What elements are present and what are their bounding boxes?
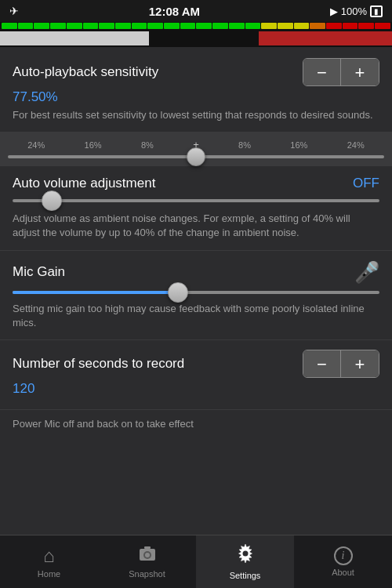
tab-snapshot[interactable]: Snapshot [98,535,196,588]
partial-description-text: Power Mic off and back on to take effect [13,418,379,430]
meter-bottom-bar [0,31,392,47]
seconds-to-record-section: Number of seconds to record − + 120 [0,340,392,410]
auto-volume-section: Auto volume adjustment OFF Adjust volume… [0,166,392,250]
partial-description: Power Mic off and back on to take effect [0,410,392,434]
slider-label-16-left: 16% [85,140,102,150]
tab-snapshot-label: Snapshot [129,569,165,579]
tab-bar: ⌂ Home Snapshot Settings i About [0,535,392,588]
status-bar: ✈ 12:08 AM ▶ 100% ▮ [0,0,392,22]
svg-rect-3 [144,546,151,549]
auto-playback-increment[interactable]: + [341,59,379,86]
mic-gain-title: Mic Gain [13,264,65,280]
home-icon: ⌂ [43,545,55,567]
settings-icon [235,543,256,568]
mic-icon: 🎤 [354,260,379,285]
main-content: Auto-playback sensitivity − + 77.50% For… [0,49,392,561]
seconds-stepper: − + [303,350,379,378]
level-meter [0,22,392,47]
tab-about-label: About [332,568,354,577]
svg-point-2 [145,553,150,557]
mic-gain-header: Mic Gain 🎤 [13,260,379,285]
slider-label-8-left: 8% [141,140,154,150]
slider-label-24-left: 24% [27,140,45,150]
meter-black [149,31,259,45]
auto-playback-value: 77.50% [13,89,379,105]
about-icon: i [334,546,353,565]
snapshot-icon [138,545,157,567]
auto-playback-header: Auto-playback sensitivity − + [13,58,379,86]
tab-home-label: Home [38,569,60,579]
volume-slider-container [13,196,379,209]
svg-point-5 [242,551,248,557]
sensitivity-slider-area: 24% 16% 8% + 8% 16% 24% [0,132,392,166]
sensitivity-slider-thumb[interactable] [187,147,205,166]
auto-volume-title: Auto volume adjustment [13,176,155,191]
auto-playback-decrement[interactable]: − [303,59,341,86]
auto-playback-section: Auto-playback sensitivity − + 77.50% For… [0,49,392,132]
airplane-icon: ✈ [9,5,19,17]
seconds-value: 120 [13,381,379,397]
auto-volume-toggle[interactable]: OFF [353,176,379,191]
auto-playback-description: For best results set sensitivity to lowe… [13,108,379,122]
status-bar-left: ✈ [9,5,19,17]
meter-red [259,31,392,45]
sensitivity-slider-track[interactable] [8,155,384,158]
volume-slider-track[interactable] [13,199,379,202]
slider-label-8-right: 8% [238,140,251,150]
meter-white [0,31,149,45]
slider-label-24-right: 24% [347,140,365,150]
slider-label-16-right: 16% [290,140,307,150]
tab-about[interactable]: i About [294,535,392,588]
mic-gain-description: Setting mic gain too high may cause feed… [13,302,379,330]
mic-gain-section: Mic Gain 🎤 Setting mic gain too high may… [0,251,392,340]
play-icon: ▶ [330,5,338,17]
tab-settings-label: Settings [230,571,261,580]
seconds-header: Number of seconds to record − + [13,350,379,378]
mic-slider-fill [13,291,178,294]
auto-playback-title: Auto-playback sensitivity [13,64,158,80]
battery-percent: 100% [341,5,367,17]
auto-volume-description: Adjust volume as ambient noise changes. … [13,212,379,240]
auto-volume-toggle-row: Auto volume adjustment OFF [13,176,379,191]
sensitivity-slider-track-container [0,152,392,162]
status-bar-time: 12:08 AM [149,5,200,18]
seconds-title: Number of seconds to record [13,356,184,372]
green-meter-row [0,22,392,30]
seconds-increment[interactable]: + [341,350,379,378]
auto-playback-stepper: − + [303,58,379,86]
volume-slider-thumb[interactable] [42,191,62,211]
mic-slider-track[interactable] [13,291,379,294]
tab-settings[interactable]: Settings [196,535,294,588]
seconds-decrement[interactable]: − [303,350,341,378]
status-bar-right: ▶ 100% ▮ [330,5,383,17]
mic-slider-thumb[interactable] [168,282,188,303]
tab-home[interactable]: ⌂ Home [0,535,98,588]
battery-icon: ▮ [370,5,383,17]
